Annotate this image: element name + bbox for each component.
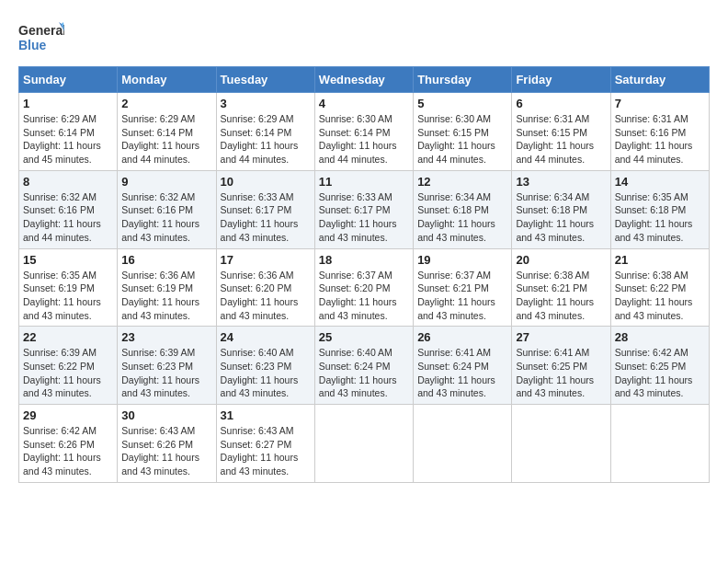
day-info: Sunrise: 6:37 AM Sunset: 6:20 PM Dayligh… — [319, 269, 409, 323]
calendar-day-cell: 8 Sunrise: 6:32 AM Sunset: 6:16 PM Dayli… — [19, 170, 118, 248]
day-number: 18 — [319, 253, 409, 267]
calendar-day-cell: 9 Sunrise: 6:32 AM Sunset: 6:16 PM Dayli… — [118, 170, 216, 248]
day-info: Sunrise: 6:30 AM Sunset: 6:15 PM Dayligh… — [417, 112, 507, 167]
calendar-day-cell: 13 Sunrise: 6:34 AM Sunset: 6:18 PM Dayl… — [512, 170, 610, 248]
calendar-day-cell: 25 Sunrise: 6:40 AM Sunset: 6:24 PM Dayl… — [314, 327, 413, 405]
calendar-day-cell: 2 Sunrise: 6:29 AM Sunset: 6:14 PM Dayli… — [118, 93, 216, 171]
day-info: Sunrise: 6:33 AM Sunset: 6:17 PM Dayligh… — [319, 190, 409, 245]
weekday-header-wednesday: Wednesday — [314, 67, 413, 93]
day-number: 23 — [121, 330, 211, 344]
calendar-header-row: SundayMondayTuesdayWednesdayThursdayFrid… — [19, 67, 710, 93]
day-info: Sunrise: 6:32 AM Sunset: 6:16 PM Dayligh… — [121, 190, 211, 245]
day-number: 3 — [221, 97, 311, 110]
day-info: Sunrise: 6:43 AM Sunset: 6:27 PM Dayligh… — [221, 424, 311, 478]
day-number: 10 — [221, 175, 311, 189]
calendar-day-cell: 24 Sunrise: 6:40 AM Sunset: 6:23 PM Dayl… — [216, 327, 314, 405]
day-info: Sunrise: 6:40 AM Sunset: 6:24 PM Dayligh… — [319, 346, 409, 400]
calendar-day-cell: 21 Sunrise: 6:38 AM Sunset: 6:22 PM Dayl… — [610, 248, 709, 327]
day-info: Sunrise: 6:36 AM Sunset: 6:20 PM Dayligh… — [221, 269, 311, 323]
day-number: 24 — [221, 330, 311, 344]
day-info: Sunrise: 6:32 AM Sunset: 6:16 PM Dayligh… — [23, 190, 113, 245]
logo-svg: General Blue — [18, 18, 64, 57]
day-number: 25 — [319, 330, 409, 344]
calendar-day-cell: 7 Sunrise: 6:31 AM Sunset: 6:16 PM Dayli… — [610, 93, 709, 171]
weekday-header-monday: Monday — [118, 67, 216, 93]
day-number: 22 — [23, 330, 113, 344]
day-number: 2 — [121, 97, 211, 110]
calendar-day-cell — [610, 405, 709, 483]
calendar-week-row: 1 Sunrise: 6:29 AM Sunset: 6:14 PM Dayli… — [19, 93, 710, 171]
weekday-header-tuesday: Tuesday — [216, 67, 314, 93]
day-info: Sunrise: 6:38 AM Sunset: 6:21 PM Dayligh… — [516, 269, 606, 323]
day-info: Sunrise: 6:29 AM Sunset: 6:14 PM Dayligh… — [221, 112, 311, 167]
calendar-day-cell: 23 Sunrise: 6:39 AM Sunset: 6:23 PM Dayl… — [118, 327, 216, 405]
calendar-day-cell: 15 Sunrise: 6:35 AM Sunset: 6:19 PM Dayl… — [19, 248, 118, 327]
day-number: 17 — [221, 253, 311, 267]
logo: General Blue — [18, 18, 64, 57]
svg-text:General: General — [18, 23, 64, 38]
calendar-week-row: 22 Sunrise: 6:39 AM Sunset: 6:22 PM Dayl… — [19, 327, 710, 405]
calendar-day-cell: 30 Sunrise: 6:43 AM Sunset: 6:26 PM Dayl… — [118, 405, 216, 483]
calendar-week-row: 15 Sunrise: 6:35 AM Sunset: 6:19 PM Dayl… — [19, 248, 710, 327]
calendar-day-cell: 6 Sunrise: 6:31 AM Sunset: 6:15 PM Dayli… — [512, 93, 610, 171]
day-number: 8 — [23, 175, 113, 189]
day-number: 26 — [417, 330, 507, 344]
day-number: 1 — [23, 97, 113, 110]
day-info: Sunrise: 6:41 AM Sunset: 6:24 PM Dayligh… — [417, 346, 507, 400]
day-number: 6 — [516, 97, 606, 110]
day-number: 5 — [417, 97, 507, 110]
calendar-day-cell: 27 Sunrise: 6:41 AM Sunset: 6:25 PM Dayl… — [512, 327, 610, 405]
day-info: Sunrise: 6:34 AM Sunset: 6:18 PM Dayligh… — [516, 190, 606, 245]
calendar-day-cell: 3 Sunrise: 6:29 AM Sunset: 6:14 PM Dayli… — [216, 93, 314, 171]
svg-text:Blue: Blue — [18, 38, 47, 52]
day-info: Sunrise: 6:31 AM Sunset: 6:16 PM Dayligh… — [615, 112, 705, 167]
weekday-header-thursday: Thursday — [414, 67, 512, 93]
day-number: 16 — [121, 253, 211, 267]
calendar-table: SundayMondayTuesdayWednesdayThursdayFrid… — [18, 66, 710, 483]
day-number: 4 — [319, 97, 409, 110]
day-number: 20 — [516, 253, 606, 267]
day-info: Sunrise: 6:37 AM Sunset: 6:21 PM Dayligh… — [417, 269, 507, 323]
day-number: 31 — [221, 408, 311, 422]
calendar-day-cell: 20 Sunrise: 6:38 AM Sunset: 6:21 PM Dayl… — [512, 248, 610, 327]
calendar-day-cell: 16 Sunrise: 6:36 AM Sunset: 6:19 PM Dayl… — [118, 248, 216, 327]
day-info: Sunrise: 6:29 AM Sunset: 6:14 PM Dayligh… — [121, 112, 211, 167]
day-number: 29 — [23, 408, 113, 422]
day-number: 7 — [615, 97, 705, 110]
day-info: Sunrise: 6:35 AM Sunset: 6:19 PM Dayligh… — [23, 269, 113, 323]
page-header: General Blue — [18, 18, 710, 57]
day-number: 12 — [417, 175, 507, 189]
day-number: 11 — [319, 175, 409, 189]
day-info: Sunrise: 6:36 AM Sunset: 6:19 PM Dayligh… — [121, 269, 211, 323]
day-info: Sunrise: 6:39 AM Sunset: 6:23 PM Dayligh… — [121, 346, 211, 400]
day-info: Sunrise: 6:43 AM Sunset: 6:26 PM Dayligh… — [121, 424, 211, 478]
day-number: 14 — [615, 175, 705, 189]
day-number: 21 — [615, 253, 705, 267]
day-info: Sunrise: 6:33 AM Sunset: 6:17 PM Dayligh… — [221, 190, 311, 245]
day-info: Sunrise: 6:42 AM Sunset: 6:25 PM Dayligh… — [615, 346, 705, 400]
calendar-body: 1 Sunrise: 6:29 AM Sunset: 6:14 PM Dayli… — [19, 93, 710, 483]
calendar-day-cell: 4 Sunrise: 6:30 AM Sunset: 6:14 PM Dayli… — [314, 93, 413, 171]
day-info: Sunrise: 6:29 AM Sunset: 6:14 PM Dayligh… — [23, 112, 113, 167]
calendar-day-cell: 22 Sunrise: 6:39 AM Sunset: 6:22 PM Dayl… — [19, 327, 118, 405]
day-number: 28 — [615, 330, 705, 344]
calendar-day-cell: 1 Sunrise: 6:29 AM Sunset: 6:14 PM Dayli… — [19, 93, 118, 171]
day-number: 9 — [121, 175, 211, 189]
day-number: 13 — [516, 175, 606, 189]
day-info: Sunrise: 6:42 AM Sunset: 6:26 PM Dayligh… — [23, 424, 113, 478]
calendar-day-cell: 19 Sunrise: 6:37 AM Sunset: 6:21 PM Dayl… — [414, 248, 512, 327]
weekday-header-friday: Friday — [512, 67, 610, 93]
calendar-day-cell: 10 Sunrise: 6:33 AM Sunset: 6:17 PM Dayl… — [216, 170, 314, 248]
calendar-day-cell: 14 Sunrise: 6:35 AM Sunset: 6:18 PM Dayl… — [610, 170, 709, 248]
calendar-day-cell: 18 Sunrise: 6:37 AM Sunset: 6:20 PM Dayl… — [314, 248, 413, 327]
weekday-header-sunday: Sunday — [19, 67, 118, 93]
calendar-day-cell: 28 Sunrise: 6:42 AM Sunset: 6:25 PM Dayl… — [610, 327, 709, 405]
day-info: Sunrise: 6:31 AM Sunset: 6:15 PM Dayligh… — [516, 112, 606, 167]
day-info: Sunrise: 6:41 AM Sunset: 6:25 PM Dayligh… — [516, 346, 606, 400]
calendar-day-cell: 26 Sunrise: 6:41 AM Sunset: 6:24 PM Dayl… — [414, 327, 512, 405]
day-number: 30 — [121, 408, 211, 422]
day-info: Sunrise: 6:40 AM Sunset: 6:23 PM Dayligh… — [221, 346, 311, 400]
day-info: Sunrise: 6:34 AM Sunset: 6:18 PM Dayligh… — [417, 190, 507, 245]
day-info: Sunrise: 6:38 AM Sunset: 6:22 PM Dayligh… — [615, 269, 705, 323]
calendar-day-cell: 31 Sunrise: 6:43 AM Sunset: 6:27 PM Dayl… — [216, 405, 314, 483]
